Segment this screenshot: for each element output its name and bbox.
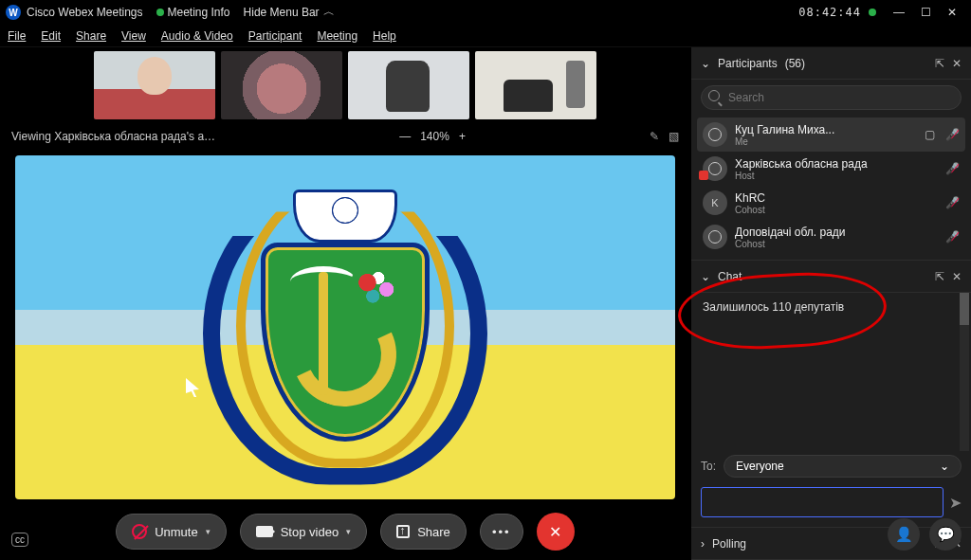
chevron-down-icon: ⌄ [701, 57, 710, 70]
zoom-in-button[interactable]: + [459, 130, 466, 143]
mic-muted-icon[interactable]: 🎤̸ [944, 196, 960, 209]
avatar: K [703, 190, 727, 215]
participant-name: Харківська обласна рада [735, 157, 937, 171]
video-thumbnail[interactable] [94, 51, 215, 119]
unmute-button[interactable]: Unmute ▾ [116, 514, 227, 550]
chat-toggle-button[interactable]: 💬 [929, 518, 962, 551]
window-close-button[interactable]: ✕ [939, 6, 965, 19]
meeting-info-button[interactable]: Meeting Info [156, 6, 230, 19]
chat-title: Chat [718, 270, 742, 283]
menu-help[interactable]: Help [373, 29, 396, 43]
camera-icon[interactable]: ▢ [922, 128, 937, 141]
share-button[interactable]: Share [380, 514, 467, 550]
participants-title: Participants [718, 57, 778, 70]
menu-bar: File Edit Share View Audio & Video Parti… [0, 25, 971, 47]
chevron-down-icon: ⌄ [701, 270, 710, 283]
chat-recipient-select[interactable]: Everyone ⌄ [724, 455, 962, 478]
hide-menu-bar-button[interactable]: Hide Menu Bar ︿ [244, 5, 335, 21]
meeting-info-label: Meeting Info [168, 6, 230, 19]
menu-share[interactable]: Share [76, 29, 106, 43]
participant-role: Cohost [735, 205, 937, 215]
menu-edit[interactable]: Edit [41, 29, 61, 43]
search-icon [708, 90, 720, 101]
close-icon[interactable]: ✕ [952, 270, 962, 283]
participant-role: Host [735, 171, 937, 181]
menu-view[interactable]: View [121, 29, 146, 43]
hide-menu-label: Hide Menu Bar [244, 6, 320, 19]
stop-video-button[interactable]: Stop video ▾ [240, 514, 367, 550]
video-thumbnail[interactable] [221, 51, 342, 119]
mic-muted-icon[interactable]: 🎤̸ [944, 230, 960, 244]
chat-messages: Залишилось 110 депутатів [691, 293, 971, 451]
send-icon[interactable]: ➤ [949, 494, 962, 512]
participants-list: Куц Галина Миха... Me ▢ 🎤̸ Харківська об… [691, 116, 971, 260]
participants-search-input[interactable] [701, 85, 962, 110]
polling-title: Polling [712, 537, 746, 551]
more-options-button[interactable]: ••• [480, 514, 523, 550]
chevron-down-icon: ⌄ [940, 460, 949, 473]
meeting-controls: Unmute ▾ Stop video ▾ Share ••• ✕ [0, 503, 690, 560]
participants-count: (56) [785, 57, 805, 70]
chat-message: Залишилось 110 депутатів [703, 300, 960, 314]
popout-icon[interactable]: ⇱ [935, 270, 944, 283]
webex-logo-icon: W [6, 5, 21, 20]
annotate-icon[interactable]: ✎ [650, 130, 659, 143]
zoom-out-button[interactable]: — [399, 130, 411, 143]
participant-name: KhRC [735, 191, 937, 205]
menu-meeting[interactable]: Meeting [317, 29, 357, 43]
zoom-value[interactable]: 140% [420, 130, 449, 143]
video-thumbnails-strip [0, 47, 690, 123]
chevron-down-icon[interactable]: ▾ [346, 527, 351, 536]
participant-row[interactable]: Куц Галина Миха... Me ▢ 🎤̸ [697, 117, 965, 152]
popout-icon[interactable]: ⇱ [935, 57, 944, 70]
participant-row[interactable]: Доповідачі обл. ради Cohost 🎤̸ [697, 220, 965, 254]
chat-header[interactable]: ⌄ Chat ⇱ ✕ [691, 261, 971, 293]
share-icon [396, 525, 410, 538]
menu-audio-video[interactable]: Audio & Video [161, 29, 233, 43]
flowers-icon [351, 264, 406, 310]
caduceus-icon [319, 272, 328, 395]
layout-icon[interactable]: ▧ [669, 130, 679, 143]
app-name: Cisco Webex Meetings [27, 6, 143, 19]
share-label: Share [417, 525, 450, 539]
mic-muted-icon[interactable]: 🎤̸ [944, 128, 960, 141]
status-dot-icon [156, 9, 164, 16]
unmute-label: Unmute [155, 525, 198, 539]
window-maximize-button[interactable]: ☐ [912, 6, 939, 19]
menu-participant[interactable]: Participant [248, 29, 302, 43]
chat-to-label: To: [701, 460, 716, 473]
chevron-down-icon[interactable]: ▾ [206, 527, 211, 536]
avatar [703, 122, 727, 147]
recording-badge-icon [699, 171, 708, 180]
scrollbar-thumb[interactable] [960, 293, 969, 325]
main-stage-area: Viewing Харківська обласна рада's a… — 1… [0, 47, 690, 560]
chat-bubble-icon: 💬 [937, 526, 955, 543]
chevron-right-icon: › [701, 537, 705, 551]
chat-input[interactable] [701, 487, 944, 517]
chevron-up-icon: ︿ [323, 4, 335, 20]
participants-toggle-button[interactable]: 👤 [888, 518, 920, 551]
participant-name: Куц Галина Миха... [735, 123, 914, 136]
mic-muted-icon[interactable]: 🎤̸ [944, 162, 960, 175]
mic-muted-icon [132, 524, 147, 539]
title-bar: W Cisco Webex Meetings Meeting Info Hide… [0, 0, 971, 25]
connection-status-icon[interactable] [869, 9, 876, 16]
menu-file[interactable]: File [8, 29, 26, 43]
close-icon: ✕ [549, 523, 561, 541]
stop-video-label: Stop video [281, 525, 339, 539]
closed-captions-button[interactable]: cc [11, 533, 28, 547]
participants-header[interactable]: ⌄ Participants (56) ⇱ ✕ [691, 47, 971, 80]
floating-panel-buttons: 👤 💬 [888, 518, 962, 551]
participant-row[interactable]: Харківська обласна рада Host 🎤̸ [697, 152, 965, 186]
viewer-toolbar: Viewing Харківська обласна рада's a… — 1… [0, 123, 690, 150]
camera-icon [256, 526, 273, 537]
shared-content-stage[interactable] [15, 155, 675, 499]
close-icon[interactable]: ✕ [952, 57, 962, 70]
window-minimize-button[interactable]: — [886, 6, 912, 19]
leave-meeting-button[interactable]: ✕ [537, 513, 575, 551]
participant-row[interactable]: K KhRC Cohost 🎤̸ [697, 186, 965, 220]
video-thumbnail[interactable] [348, 51, 469, 119]
video-thumbnail[interactable] [475, 51, 596, 119]
clock: 08:42:44 [798, 6, 861, 19]
ellipsis-icon: ••• [492, 525, 511, 539]
